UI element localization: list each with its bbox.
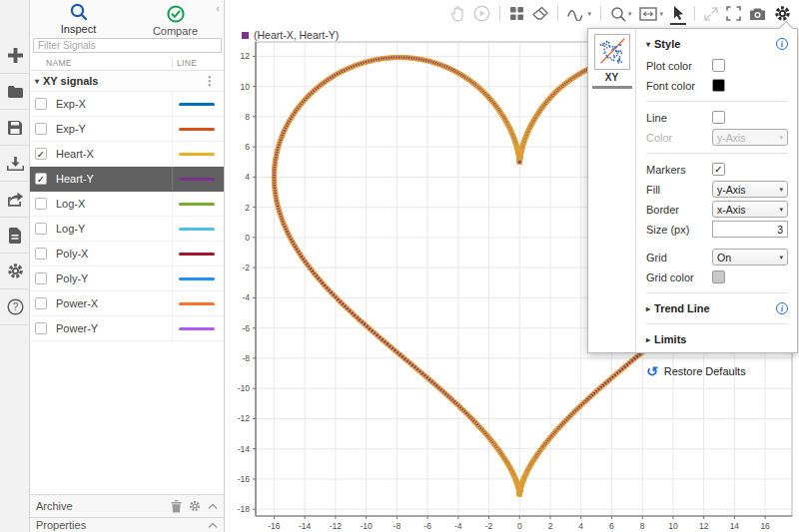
signal-checkbox[interactable] <box>35 248 47 260</box>
clear-plots-button[interactable] <box>531 3 549 25</box>
import-button[interactable] <box>0 146 30 182</box>
signal-checkbox[interactable]: ✓ <box>35 173 47 185</box>
document-icon <box>8 228 22 244</box>
signal-checkbox[interactable] <box>35 198 47 210</box>
signal-line-swatch <box>179 203 215 206</box>
x-tick-label: 14 <box>730 521 740 531</box>
select-cursor-button[interactable] <box>670 3 686 25</box>
inspect-magnifier-icon <box>69 2 89 22</box>
signal-row[interactable]: ✓Heart-Y <box>30 167 224 192</box>
style-section-header[interactable]: ▾ Style i <box>646 35 788 53</box>
y-tick-label: -10 <box>238 383 251 393</box>
fit-to-view-button[interactable]: ▾ <box>638 3 664 25</box>
signal-row[interactable]: Power-X <box>30 291 224 316</box>
divider <box>646 101 788 102</box>
signal-row[interactable]: Log-Y <box>30 217 224 242</box>
signal-name-label: Poly-X <box>56 248 172 260</box>
border-select[interactable]: x-Axis ▾ <box>712 201 788 218</box>
signal-trace-options-button[interactable]: ▾ <box>566 3 592 25</box>
line-color-select[interactable]: y-Axis ▾ <box>712 129 788 146</box>
info-icon[interactable]: i <box>776 38 788 50</box>
markers-checkbox[interactable]: ✓ <box>712 163 725 176</box>
folder-icon <box>7 85 24 99</box>
signal-checkbox[interactable] <box>35 272 47 284</box>
create-report-button[interactable] <box>0 218 30 254</box>
line-checkbox[interactable] <box>712 111 725 124</box>
signal-checkbox[interactable]: ✓ <box>35 148 47 160</box>
signal-row[interactable]: Power-Y <box>30 316 224 341</box>
archive-collapse-chevron-icon[interactable] <box>208 503 218 510</box>
export-button[interactable] <box>0 182 30 218</box>
gear-icon <box>7 263 24 279</box>
fill-select[interactable]: y-Axis ▾ <box>712 181 788 198</box>
plot-color-swatch[interactable] <box>712 59 725 72</box>
font-color-swatch[interactable] <box>712 79 725 92</box>
limits-section-header[interactable]: ▸ Limits <box>646 330 788 348</box>
trend-line-section-header[interactable]: ▸ Trend Line i <box>646 299 788 317</box>
help-button[interactable]: ? <box>0 289 30 325</box>
line-color-row: Color y-Axis ▾ <box>646 128 788 147</box>
fullscreen-button[interactable] <box>725 3 742 25</box>
restore-defaults-button[interactable]: ↺ Restore Defaults <box>646 361 788 381</box>
plot-workspace: ▾ ▾ ▾ (Heart-X, Heart-Y) <box>225 0 799 532</box>
line-row: Line <box>646 108 788 127</box>
signal-group-row[interactable]: ▾ XY signals ⋮ <box>30 71 224 92</box>
signal-checkbox[interactable] <box>35 223 47 235</box>
tab-inspect[interactable]: Inspect <box>30 0 127 37</box>
signal-line-cell <box>172 217 224 241</box>
signal-line-swatch <box>179 302 215 305</box>
signal-row[interactable]: Exp-Y <box>30 117 224 142</box>
cursor-arrow-icon <box>671 5 685 21</box>
fill-row: Fill y-Axis ▾ <box>646 180 788 199</box>
signal-row[interactable]: Poly-X <box>30 242 224 266</box>
tab-compare[interactable]: Compare <box>127 0 224 37</box>
filter-signals-input[interactable] <box>33 38 222 53</box>
info-icon[interactable]: i <box>776 302 788 314</box>
trend-line-label: Trend Line <box>654 302 710 314</box>
signal-checkbox[interactable] <box>35 322 47 334</box>
signal-row[interactable]: Log-X <box>30 192 224 217</box>
marker-size-input[interactable] <box>712 221 788 238</box>
compare-check-icon <box>166 4 186 24</box>
signal-row[interactable]: Poly-Y <box>30 266 224 291</box>
column-name: NAME <box>30 58 172 68</box>
signal-row[interactable]: ✓Heart-X <box>30 142 224 167</box>
archive-section-header[interactable]: Archive <box>30 494 224 517</box>
group-menu-kebab[interactable]: ⋮ <box>204 74 216 88</box>
pan-hand-button[interactable] <box>449 3 466 25</box>
add-signals-button[interactable] <box>0 38 30 74</box>
snapshot-button[interactable] <box>748 3 767 25</box>
collapse-panel-chevron[interactable]: ‹ <box>216 2 220 14</box>
replay-button[interactable] <box>472 3 491 25</box>
camera-icon <box>749 7 766 21</box>
signal-checkbox[interactable] <box>35 98 47 110</box>
y-tick-label: -8 <box>242 353 250 363</box>
visualization-settings-button[interactable] <box>773 3 792 25</box>
signal-line-swatch <box>179 327 215 330</box>
share-arrow-icon <box>7 192 24 207</box>
pop-out-button[interactable] <box>703 3 719 25</box>
chevron-down-icon: ▾ <box>779 206 783 214</box>
toolbar-separator <box>600 6 601 21</box>
magnifier-icon <box>610 6 626 22</box>
group-expand-triangle[interactable]: ▾ <box>35 77 39 86</box>
preferences-button[interactable] <box>0 254 30 289</box>
hand-icon <box>450 6 465 22</box>
signal-row[interactable]: Exp-X <box>30 92 224 117</box>
zoom-tool-button[interactable]: ▾ <box>609 3 633 25</box>
trash-icon[interactable] <box>171 500 182 513</box>
signal-checkbox[interactable] <box>35 123 47 135</box>
xy-visualization-thumbnail[interactable] <box>594 34 630 70</box>
signal-line-swatch <box>179 253 215 256</box>
x-tick-label: -8 <box>394 521 401 531</box>
properties-section-header[interactable]: Properties <box>30 517 224 532</box>
grid-color-swatch[interactable] <box>712 270 725 283</box>
properties-collapse-chevron-icon[interactable] <box>208 522 218 529</box>
save-session-button[interactable] <box>0 110 30 146</box>
grid-select[interactable]: On ▾ <box>712 249 788 266</box>
archive-settings-gear-icon[interactable] <box>189 500 201 512</box>
open-session-button[interactable] <box>0 74 30 110</box>
subplot-layout-button[interactable] <box>508 3 525 25</box>
signal-checkbox[interactable] <box>35 297 47 309</box>
signal-name-label: Power-Y <box>56 322 172 334</box>
